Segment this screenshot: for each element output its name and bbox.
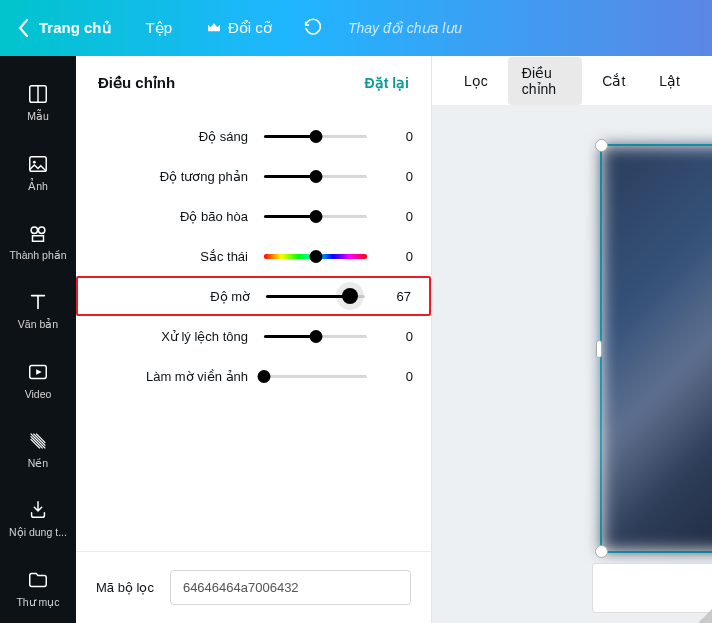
rail-item-2[interactable]: Thành phần xyxy=(0,207,76,276)
resize-label: Đổi cỡ xyxy=(228,19,272,37)
slider-label: Độ sáng xyxy=(76,129,264,144)
tab-3[interactable]: Lật xyxy=(645,65,694,97)
top-bar: Trang chủ Tệp Đổi cỡ Thay đổi chưa lưu xyxy=(0,0,712,56)
slider-label: Độ tương phản xyxy=(76,169,264,184)
slider-track[interactable] xyxy=(264,164,367,188)
crown-icon xyxy=(206,20,222,36)
rail-icon xyxy=(27,153,49,175)
slider-value: 0 xyxy=(367,249,413,264)
rail-label: Nội dung t... xyxy=(9,526,67,538)
slider-row-3: Sắc thái0 xyxy=(76,236,431,276)
slider-label: Độ bão hòa xyxy=(76,209,264,224)
rail-label: Thành phần xyxy=(9,249,66,261)
chevron-left-icon xyxy=(18,19,29,37)
rail-icon xyxy=(27,291,49,313)
tab-2[interactable]: Cắt xyxy=(588,65,639,97)
slider-value: 0 xyxy=(367,329,413,344)
rail-label: Video xyxy=(25,388,52,400)
slider-thumb[interactable] xyxy=(309,330,322,343)
slider-track[interactable] xyxy=(264,244,367,268)
panel-title: Điều chỉnh xyxy=(98,74,175,92)
home-label: Trang chủ xyxy=(39,19,112,37)
rail-item-0[interactable]: Mẫu xyxy=(0,68,76,137)
slider-track[interactable] xyxy=(264,364,367,388)
slider-value: 0 xyxy=(367,369,413,384)
svg-point-4 xyxy=(31,227,37,233)
svg-rect-6 xyxy=(33,236,44,242)
resize-handle-ml[interactable] xyxy=(596,340,602,358)
slider-value: 0 xyxy=(367,169,413,184)
rail-item-4[interactable]: Video xyxy=(0,346,76,415)
rail-label: Thư mục xyxy=(16,596,59,608)
rail-label: Văn bản xyxy=(18,318,58,330)
slider-row-4: Độ mờ67 xyxy=(76,276,431,316)
rail-icon xyxy=(27,499,49,521)
resize-corner-icon[interactable] xyxy=(698,609,712,623)
rail-item-5[interactable]: Nền xyxy=(0,415,76,484)
tab-0[interactable]: Lọc xyxy=(450,65,502,97)
resize-handle-bl[interactable] xyxy=(595,545,608,558)
filter-code-input[interactable]: 64646464a7006432 xyxy=(170,570,411,605)
rail-item-7[interactable]: Thư mục xyxy=(0,554,76,623)
rail-label: Nền xyxy=(28,457,48,469)
rail-icon xyxy=(27,569,49,591)
slider-row-0: Độ sáng0 xyxy=(76,116,431,156)
slider-label: Sắc thái xyxy=(76,249,264,264)
slider-value: 67 xyxy=(365,289,411,304)
slider-thumb[interactable] xyxy=(309,250,322,263)
slider-row-6: Làm mờ viền ảnh0 xyxy=(76,356,431,396)
page-thumbnail[interactable] xyxy=(592,563,712,613)
canvas-area: LọcĐiều chỉnhCắtLật xyxy=(432,56,712,623)
resize-handle-tl[interactable] xyxy=(595,139,608,152)
rail-item-6[interactable]: Nội dung t... xyxy=(0,484,76,553)
slider-track[interactable] xyxy=(264,204,367,228)
home-button[interactable]: Trang chủ xyxy=(18,19,112,37)
slider-track[interactable] xyxy=(264,124,367,148)
rail-item-3[interactable]: Văn bản xyxy=(0,276,76,345)
slider-thumb[interactable] xyxy=(309,130,322,143)
rail-item-1[interactable]: Ảnh xyxy=(0,137,76,206)
resize-button[interactable]: Đổi cỡ xyxy=(206,19,272,37)
rail-icon xyxy=(27,430,49,452)
sliders-container: Độ sáng0Độ tương phản0Độ bão hòa0Sắc thá… xyxy=(76,106,431,551)
save-status: Thay đổi chưa lưu xyxy=(348,20,462,36)
rail-icon xyxy=(27,83,49,105)
rail-label: Mẫu xyxy=(27,110,49,122)
filter-code-row: Mã bộ lọc 64646464a7006432 xyxy=(76,551,431,623)
rail-icon xyxy=(27,222,49,244)
slider-row-5: Xử lý lệch tông0 xyxy=(76,316,431,356)
slider-row-2: Độ bão hòa0 xyxy=(76,196,431,236)
slider-row-1: Độ tương phản0 xyxy=(76,156,431,196)
side-rail: MẫuẢnhThành phầnVăn bảnVideoNềnNội dung … xyxy=(0,56,76,623)
slider-thumb[interactable] xyxy=(309,170,322,183)
canvas[interactable] xyxy=(432,106,712,623)
slider-label: Xử lý lệch tông xyxy=(76,329,264,344)
slider-thumb[interactable] xyxy=(309,210,322,223)
slider-thumb[interactable] xyxy=(258,370,271,383)
file-menu[interactable]: Tệp xyxy=(146,19,173,37)
slider-label: Độ mờ xyxy=(78,289,266,304)
slider-value: 0 xyxy=(367,129,413,144)
filter-code-label: Mã bộ lọc xyxy=(96,580,154,595)
slider-label: Làm mờ viền ảnh xyxy=(76,369,264,384)
reset-button[interactable]: Đặt lại xyxy=(365,75,409,91)
adjust-panel: Điều chỉnh Đặt lại Độ sáng0Độ tương phản… xyxy=(76,56,432,623)
rail-label: Ảnh xyxy=(28,180,48,192)
slider-track[interactable] xyxy=(264,324,367,348)
undo-button[interactable] xyxy=(302,16,324,41)
tab-1[interactable]: Điều chỉnh xyxy=(508,57,583,105)
slider-thumb[interactable] xyxy=(342,288,358,304)
svg-point-5 xyxy=(38,227,44,233)
slider-value: 0 xyxy=(367,209,413,224)
selection-box[interactable] xyxy=(600,144,712,553)
slider-track[interactable] xyxy=(266,284,365,308)
svg-point-3 xyxy=(33,160,36,163)
undo-icon xyxy=(302,16,324,38)
rail-icon xyxy=(27,361,49,383)
selected-image xyxy=(602,146,712,551)
canvas-tabs: LọcĐiều chỉnhCắtLật xyxy=(432,56,712,106)
